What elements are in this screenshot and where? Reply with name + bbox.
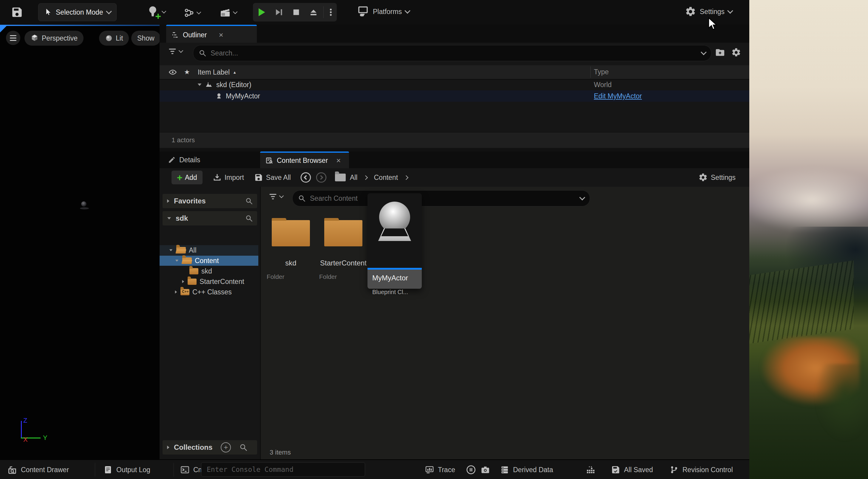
eject-button[interactable] [305, 3, 322, 22]
forward-button[interactable] [315, 171, 327, 184]
column-divider[interactable] [590, 66, 591, 78]
outliner-settings-button[interactable] [731, 47, 741, 58]
pause-insights-button[interactable] [466, 465, 476, 475]
add-collection-button[interactable]: + [221, 442, 231, 452]
outliner-search[interactable] [193, 45, 711, 61]
tree-item-content[interactable]: Content [160, 256, 258, 266]
tree-item-skd[interactable]: skd [160, 266, 258, 276]
cb-filter-button[interactable] [269, 192, 283, 201]
chevron-down-icon [279, 193, 284, 198]
content-drawer-button[interactable]: Content Drawer [7, 463, 69, 477]
close-icon[interactable]: × [336, 156, 341, 165]
asset-name: MyMyActor [372, 274, 422, 282]
create-folder-button[interactable] [715, 47, 725, 58]
asset-tile-startercontent[interactable]: StarterContent Folder [319, 215, 368, 280]
memory-grid-icon[interactable] [585, 465, 595, 475]
favorite-column-icon[interactable]: ★ [184, 68, 190, 76]
derived-data-button[interactable]: Derived Data [500, 463, 553, 477]
outliner-tab-strip: Outliner × [160, 25, 749, 43]
tree-item-all[interactable]: All [160, 245, 258, 255]
breadcrumb-folder-icon [335, 173, 346, 181]
desktop-wallpaper [749, 0, 868, 479]
folder-icon-large [272, 220, 310, 246]
cb-folder-tree: All Content skd StarterContent [160, 245, 260, 305]
blueprints-button[interactable] [183, 7, 200, 19]
breadcrumb-current[interactable]: Content [374, 173, 398, 182]
plus-icon: + [177, 173, 183, 182]
cinematics-button[interactable] [219, 6, 237, 19]
asset-tile-skd[interactable]: skd Folder [267, 215, 315, 280]
filter-icon [168, 47, 177, 56]
tab-details[interactable]: Details [162, 152, 206, 168]
unreal-editor-window: Selection Mode + [0, 0, 868, 479]
platforms-dropdown[interactable]: Platforms [357, 5, 409, 18]
add-actor-button[interactable]: + [147, 5, 165, 19]
outliner-filter-button[interactable] [168, 47, 183, 56]
caret-right-icon [167, 446, 169, 449]
expand-caret-icon[interactable] [198, 84, 202, 86]
platforms-icon [357, 5, 369, 18]
terminal-icon [180, 465, 190, 475]
trace-button[interactable]: Trace [425, 463, 455, 477]
caret-right-icon [167, 199, 169, 203]
play-controls [253, 3, 337, 22]
search-icon[interactable] [239, 443, 248, 452]
play-options-kebab[interactable] [325, 3, 337, 22]
chevron-down-icon [579, 194, 585, 200]
main-toolbar: Selection Mode + [0, 0, 749, 25]
tab-content-browser[interactable]: Content Browser × [260, 152, 349, 168]
tree-item-cpp-classes[interactable]: C++ C++ Classes [160, 287, 258, 297]
add-button[interactable]: + Add [172, 170, 203, 184]
selection-mode-dropdown[interactable]: Selection Mode [38, 3, 117, 21]
favorites-header[interactable]: Favorites [162, 194, 257, 208]
branch-icon [669, 465, 679, 475]
content-search-input[interactable] [309, 194, 577, 203]
collections-header[interactable]: Collections + [162, 440, 257, 454]
import-icon [213, 173, 222, 182]
import-button[interactable]: Import [213, 173, 244, 182]
stop-button[interactable] [287, 3, 305, 22]
tree-item-startercontent[interactable]: StarterContent [160, 277, 258, 287]
content-search[interactable] [292, 190, 590, 206]
chevron-down-icon [179, 48, 183, 53]
output-log-button[interactable]: Output Log [103, 463, 150, 477]
viewport-menu-button[interactable] [6, 31, 20, 45]
search-icon[interactable] [245, 215, 253, 222]
sdk-header[interactable]: sdk [162, 211, 257, 225]
asset-tile-mymyactor[interactable]: MyMyActor Blueprint Cl... [368, 193, 422, 289]
play-button[interactable] [253, 3, 270, 22]
back-button[interactable] [300, 171, 312, 184]
outliner-panel: ★ Item Label ▲ Type skd (Editor) World M [160, 43, 749, 148]
search-icon[interactable] [245, 197, 253, 205]
console-command-input[interactable] [206, 465, 360, 474]
viewport-perspective-button[interactable]: Perspective [25, 31, 84, 45]
asset-type: Folder [319, 273, 368, 280]
screenshot-button[interactable] [480, 465, 490, 475]
item-label-column-header[interactable]: Item Label [198, 68, 230, 76]
save-level-button[interactable] [11, 6, 23, 19]
actor-billboard-sprite[interactable] [81, 201, 87, 207]
tab-outliner[interactable]: Outliner × [166, 25, 257, 44]
type-column-header[interactable]: Type [594, 68, 609, 76]
outliner-row-actor[interactable]: MyMyActor Edit MyMyActor [160, 90, 749, 102]
save-all-button[interactable]: Save All [254, 173, 291, 182]
settings-dropdown[interactable]: Settings [685, 6, 732, 17]
sort-ascending-icon: ▲ [232, 70, 237, 74]
trace-label: Trace [438, 466, 455, 474]
viewport-show-button[interactable]: Show [131, 31, 160, 45]
outliner-search-input[interactable] [210, 49, 698, 58]
frame-skip-button[interactable] [270, 3, 287, 22]
all-saved-button[interactable]: All Saved [611, 463, 653, 477]
edit-actor-link[interactable]: Edit MyMyActor [594, 92, 642, 100]
level-viewport[interactable]: Perspective Lit Show Z X Y [0, 25, 160, 459]
revision-control-button[interactable]: Revision Control [669, 463, 733, 477]
close-icon[interactable]: × [219, 30, 223, 40]
console-command-field[interactable] [201, 462, 365, 477]
visibility-column-icon[interactable] [168, 68, 177, 76]
outliner-row-world[interactable]: skd (Editor) World [160, 79, 749, 90]
content-browser-settings-button[interactable]: Settings [698, 173, 736, 182]
output-log-icon [103, 465, 113, 475]
chevron-down-icon [701, 49, 707, 55]
breadcrumb-root[interactable]: All [350, 173, 358, 182]
viewport-lit-button[interactable]: Lit [99, 31, 129, 45]
